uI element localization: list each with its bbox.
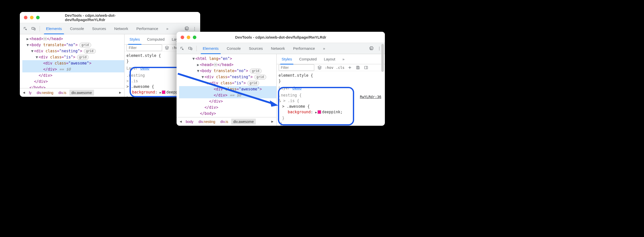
close-window-icon[interactable]: [24, 16, 27, 19]
dom-node-body-close[interactable]: </body>: [22, 85, 124, 88]
vertical-scrollbar[interactable]: [381, 43, 384, 117]
color-swatch-icon[interactable]: [318, 110, 321, 114]
maximize-window-icon[interactable]: [193, 36, 196, 39]
tab-console[interactable]: Console: [67, 23, 88, 34]
panel-toggle-icon[interactable]: [363, 65, 369, 70]
grid-badge[interactable]: grid: [77, 55, 89, 60]
dom-node-awesome-close[interactable]: </div> == $0: [22, 66, 124, 72]
tabs-overflow[interactable]: »: [163, 23, 172, 34]
disclosure-down-icon[interactable]: ▼: [201, 74, 205, 80]
crumb-nesting[interactable]: div.nesting: [35, 90, 55, 96]
grid-badge[interactable]: grid: [84, 49, 96, 54]
dom-node-is-close[interactable]: </div>: [22, 72, 124, 78]
crumb-awesome[interactable]: div.awesome: [231, 119, 256, 125]
tab-console[interactable]: Console: [223, 43, 244, 54]
minimize-window-icon[interactable]: [30, 16, 34, 19]
tab-network[interactable]: Network: [111, 23, 132, 34]
styles-tab[interactable]: Styles: [279, 54, 295, 64]
crumb-is[interactable]: div.is: [56, 90, 68, 96]
save-icon[interactable]: [355, 65, 361, 70]
grid-badge[interactable]: grid: [247, 81, 259, 86]
layer-link[interactable]: demo: [292, 86, 302, 90]
tabs-overflow[interactable]: »: [320, 43, 329, 54]
settings-gear-icon[interactable]: [183, 25, 190, 32]
filter-input[interactable]: [279, 64, 314, 71]
breadcrumb-next-icon[interactable]: ▶: [270, 119, 274, 124]
computed-tab[interactable]: Computed: [144, 34, 168, 44]
disclosure-right-icon[interactable]: ▶: [196, 62, 200, 68]
color-swatch-icon[interactable]: [162, 90, 165, 94]
crumb-body[interactable]: body: [184, 119, 195, 125]
dom-node-awesome[interactable]: <div class="awesome">: [179, 86, 276, 92]
dom-tree[interactable]: ▶<head>⋯</head> ▼<body translate="no">gr…: [20, 34, 124, 88]
disclosure-down-icon[interactable]: ▼: [196, 68, 200, 74]
device-toggle-icon[interactable]: [30, 25, 37, 32]
crumb-awesome[interactable]: div.awesome: [69, 90, 94, 96]
disclosure-down-icon[interactable]: ▼: [192, 56, 195, 62]
dom-node-nesting-close[interactable]: </div>: [22, 78, 124, 85]
inspect-icon[interactable]: [22, 25, 29, 32]
cls-button[interactable]: .cls: [336, 66, 344, 70]
crumb-nesting[interactable]: div.nesting: [196, 119, 217, 125]
device-toggle-icon[interactable]: [187, 45, 194, 52]
expand-value-icon[interactable]: ▶: [160, 91, 161, 94]
ellipsis-icon[interactable]: ⋯: [43, 37, 47, 41]
grid-badge[interactable]: grid: [250, 69, 262, 73]
inspect-icon[interactable]: [179, 45, 186, 52]
tab-sources[interactable]: Sources: [89, 23, 110, 34]
styles-tab[interactable]: Styles: [127, 34, 143, 44]
maximize-window-icon[interactable]: [36, 16, 40, 19]
dom-node-body[interactable]: ▼<body translate="no">grid: [22, 42, 124, 48]
kebab-menu-icon[interactable]: [191, 25, 198, 32]
add-rule-icon[interactable]: [347, 65, 353, 70]
layer-header[interactable]: Layer demo: [279, 85, 383, 91]
hov-button[interactable]: :hov: [325, 66, 334, 70]
tab-network[interactable]: Network: [268, 43, 289, 54]
grid-badge[interactable]: grid: [79, 43, 91, 48]
expand-value-icon[interactable]: ▶: [315, 111, 317, 114]
crumb-is[interactable]: div.is: [218, 119, 230, 125]
dom-node-awesome[interactable]: <div class="awesome">: [22, 60, 124, 66]
ellipsis-icon[interactable]: ⋯: [214, 63, 217, 67]
dom-node-body-close[interactable]: </body>: [179, 110, 276, 117]
disclosure-right-icon[interactable]: ▶: [26, 36, 29, 42]
layers-icon[interactable]: [165, 45, 169, 51]
tab-performance[interactable]: Performance: [290, 43, 319, 54]
disclosure-down-icon[interactable]: ▼: [26, 42, 29, 48]
tab-performance[interactable]: Performance: [133, 23, 162, 34]
grid-badge[interactable]: grid: [254, 75, 266, 80]
settings-gear-icon[interactable]: [368, 45, 375, 52]
dom-node-html[interactable]: ▼<html lang="en">: [179, 56, 276, 62]
nesting-rule[interactable]: RwYLRdr:36 .nesting { & > .is { > .aweso…: [279, 92, 383, 126]
tab-sources[interactable]: Sources: [245, 43, 266, 54]
tab-elements[interactable]: Elements: [42, 23, 66, 34]
dom-node-head[interactable]: ▶<head>⋯</head>: [22, 36, 124, 42]
dom-tree[interactable]: ▼<html lang="en"> ▶<head>⋯</head> ▼<body…: [177, 54, 276, 117]
filter-input[interactable]: [127, 44, 162, 51]
layout-tab[interactable]: Layout: [321, 54, 338, 64]
styles-tabs-overflow[interactable]: »: [339, 54, 348, 64]
computed-tab[interactable]: Computed: [296, 54, 320, 64]
dom-node-is[interactable]: ▼<div class="is">grid: [179, 80, 276, 86]
layer-link[interactable]: demo: [140, 66, 149, 71]
element-style-rule[interactable]: element.style { }: [279, 73, 383, 84]
dom-node-nesting-close[interactable]: </div>: [179, 104, 276, 110]
close-window-icon[interactable]: [181, 36, 184, 39]
dom-node-html-close[interactable]: </html>: [179, 117, 276, 117]
dom-node-head[interactable]: ▶<head>⋯</head>: [179, 62, 276, 68]
dom-node-nesting[interactable]: ▼<div class="nesting">grid: [22, 48, 124, 54]
minimize-window-icon[interactable]: [187, 36, 190, 39]
tab-elements[interactable]: Elements: [199, 43, 222, 54]
dom-node-is-close[interactable]: </div>: [179, 98, 276, 104]
breadcrumb-prev-icon[interactable]: ◀: [22, 90, 26, 95]
dom-node-nesting[interactable]: ▼<div class="nesting">grid: [179, 74, 276, 80]
dom-node-awesome-close[interactable]: </div> == $0: [179, 92, 276, 98]
breadcrumb-prev-icon[interactable]: ◀: [179, 119, 183, 124]
styles-body[interactable]: element.style { } Layer demo RwYLRdr:36 …: [277, 71, 385, 126]
layers-icon[interactable]: [317, 65, 322, 70]
source-link[interactable]: RwYLRdr:36: [360, 94, 381, 100]
crumb-body[interactable]: ly: [27, 90, 34, 96]
disclosure-down-icon[interactable]: ▼: [35, 54, 39, 60]
disclosure-down-icon[interactable]: ▼: [30, 48, 34, 54]
dom-node-body[interactable]: ▼<body translate="no">grid: [179, 68, 276, 74]
